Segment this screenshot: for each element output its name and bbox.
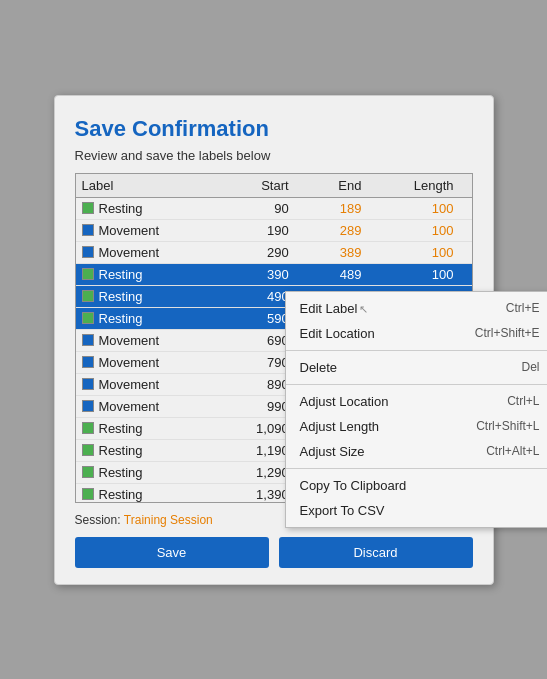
context-menu-item[interactable]: Export To CSV: [286, 498, 548, 523]
context-menu-label: Copy To Clipboard: [300, 478, 407, 493]
context-menu-label: Adjust Length: [300, 419, 380, 434]
cell-end: 489: [295, 263, 368, 285]
label-text: Movement: [99, 245, 160, 260]
context-menu-item[interactable]: Adjust LocationCtrl+L: [286, 389, 548, 414]
context-menu-label: Delete: [300, 360, 338, 375]
cell-start: 90: [222, 197, 295, 219]
cell-label: Resting: [76, 263, 222, 285]
label-color-box: [82, 224, 94, 236]
context-menu-label: Adjust Size: [300, 444, 365, 459]
context-menu-shortcut: Ctrl+L: [507, 394, 539, 408]
session-link[interactable]: Training Session: [124, 513, 213, 527]
label-color-box: [82, 268, 94, 280]
discard-button[interactable]: Discard: [279, 537, 473, 568]
context-menu-item[interactable]: Adjust SizeCtrl+Alt+L: [286, 439, 548, 464]
col-end: End: [295, 174, 368, 198]
cell-start: 290: [222, 241, 295, 263]
label-color-box: [82, 466, 94, 478]
action-buttons: Save Discard: [75, 537, 473, 568]
label-text: Resting: [99, 487, 143, 502]
label-text: Resting: [99, 201, 143, 216]
context-menu-item[interactable]: DeleteDel: [286, 355, 548, 380]
label-color-box: [82, 290, 94, 302]
cell-label: Resting: [76, 439, 222, 461]
cell-label: Movement: [76, 219, 222, 241]
save-button[interactable]: Save: [75, 537, 269, 568]
dialog-title: Save Confirmation: [75, 116, 473, 142]
context-menu-label: Edit Label↖: [300, 301, 369, 316]
label-color-box: [82, 422, 94, 434]
label-color-box: [82, 202, 94, 214]
cell-label: Movement: [76, 395, 222, 417]
col-start: Start: [222, 174, 295, 198]
context-menu-shortcut: Del: [521, 360, 539, 374]
label-color-box: [82, 378, 94, 390]
context-menu: Edit Label↖Ctrl+EEdit LocationCtrl+Shift…: [285, 291, 548, 528]
cell-label: Resting: [76, 197, 222, 219]
cell-start: 390: [222, 263, 295, 285]
label-text: Resting: [99, 289, 143, 304]
cell-end: 289: [295, 219, 368, 241]
label-color-box: [82, 246, 94, 258]
cell-label: Resting: [76, 483, 222, 502]
context-menu-separator: [286, 350, 548, 351]
session-label: Session: Training Session: [75, 513, 213, 527]
cell-end: 389: [295, 241, 368, 263]
context-menu-label: Export To CSV: [300, 503, 385, 518]
label-color-box: [82, 312, 94, 324]
save-confirmation-dialog: Save Confirmation Review and save the la…: [54, 95, 494, 585]
cell-label: Movement: [76, 351, 222, 373]
cell-length: 100: [367, 197, 471, 219]
cell-label: Movement: [76, 329, 222, 351]
label-text: Resting: [99, 443, 143, 458]
context-menu-separator: [286, 384, 548, 385]
table-row[interactable]: Movement190289100: [76, 219, 472, 241]
context-menu-item[interactable]: Adjust LengthCtrl+Shift+L: [286, 414, 548, 439]
label-color-box: [82, 444, 94, 456]
label-text: Resting: [99, 465, 143, 480]
dialog-subtitle: Review and save the labels below: [75, 148, 473, 163]
cell-label: Resting: [76, 285, 222, 307]
label-text: Movement: [99, 223, 160, 238]
cell-label: Resting: [76, 417, 222, 439]
label-color-box: [82, 400, 94, 412]
label-text: Resting: [99, 311, 143, 326]
col-length: Length: [367, 174, 471, 198]
context-menu-item[interactable]: Edit LocationCtrl+Shift+E: [286, 321, 548, 346]
label-text: Movement: [99, 355, 160, 370]
context-menu-item[interactable]: Copy To Clipboard: [286, 473, 548, 498]
label-text: Movement: [99, 399, 160, 414]
cell-label: Movement: [76, 373, 222, 395]
cell-label: Movement: [76, 241, 222, 263]
context-menu-cursor: ↖: [359, 303, 368, 315]
cell-label: Resting: [76, 461, 222, 483]
context-menu-separator: [286, 468, 548, 469]
table-row[interactable]: Resting390489100: [76, 263, 472, 285]
label-color-box: [82, 488, 94, 500]
label-color-box: [82, 334, 94, 346]
cell-length: 100: [367, 241, 471, 263]
context-menu-shortcut: Ctrl+E: [506, 301, 540, 315]
cell-label: Resting: [76, 307, 222, 329]
context-menu-shortcut: Ctrl+Alt+L: [486, 444, 539, 458]
context-menu-shortcut: Ctrl+Shift+E: [475, 326, 540, 340]
label-color-box: [82, 356, 94, 368]
label-text: Resting: [99, 421, 143, 436]
table-header-row: Label Start End Length: [76, 174, 472, 198]
cell-length: 100: [367, 219, 471, 241]
label-text: Movement: [99, 333, 160, 348]
label-text: Movement: [99, 377, 160, 392]
table-row[interactable]: Resting90189100: [76, 197, 472, 219]
cell-start: 190: [222, 219, 295, 241]
context-menu-label: Edit Location: [300, 326, 375, 341]
table-row[interactable]: Movement290389100: [76, 241, 472, 263]
col-label: Label: [76, 174, 222, 198]
context-menu-shortcut: Ctrl+Shift+L: [476, 419, 539, 433]
context-menu-label: Adjust Location: [300, 394, 389, 409]
cell-end: 189: [295, 197, 368, 219]
label-text: Resting: [99, 267, 143, 282]
context-menu-item[interactable]: Edit Label↖Ctrl+E: [286, 296, 548, 321]
cell-length: 100: [367, 263, 471, 285]
